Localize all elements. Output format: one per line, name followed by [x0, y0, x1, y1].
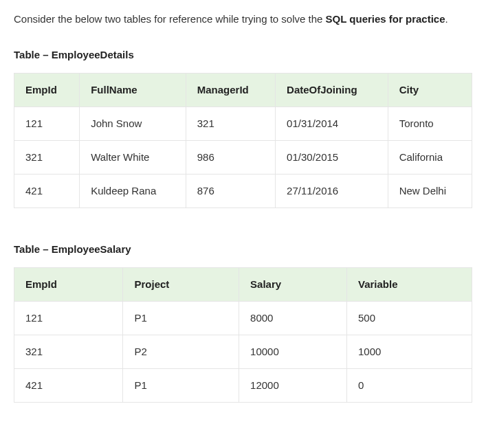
table-cell: 876	[186, 175, 275, 208]
table-cell: 500	[346, 302, 472, 335]
employee-details-table: EmpId FullName ManagerId DateOfJoining C…	[14, 73, 472, 208]
intro-text-after: .	[445, 13, 448, 25]
intro-text-before: Consider the below two tables for refere…	[14, 13, 326, 25]
table-cell: John Snow	[80, 107, 186, 141]
table-cell: 421	[14, 175, 80, 208]
table-row: 321 Walter White 986 01/30/2015 Californ…	[14, 141, 472, 175]
table-cell: 321	[14, 335, 123, 369]
table-cell: 0	[346, 369, 472, 403]
table-cell: 01/30/2015	[276, 141, 388, 175]
table-cell: Toronto	[388, 107, 472, 141]
table-row: 421 Kuldeep Rana 876 27/11/2016 New Delh…	[14, 175, 472, 208]
table-cell: 421	[14, 369, 123, 403]
table1-title: Table – EmployeeDetails	[14, 47, 472, 63]
table-header-cell: Salary	[239, 268, 347, 302]
table-cell: New Delhi	[388, 175, 472, 208]
table-cell: 121	[14, 302, 123, 335]
table-header-cell: EmpId	[14, 74, 80, 107]
table-cell: 10000	[239, 335, 347, 369]
table-row: 421 P1 12000 0	[14, 369, 472, 403]
table-cell: California	[388, 141, 472, 175]
table-cell: 321	[186, 107, 275, 141]
table-header-row: EmpId FullName ManagerId DateOfJoining C…	[14, 74, 472, 107]
intro-bold: SQL queries for practice	[326, 13, 445, 25]
table-cell: 321	[14, 141, 80, 175]
table-header-cell: EmpId	[14, 268, 123, 302]
table-cell: P1	[123, 302, 239, 335]
intro-paragraph: Consider the below two tables for refere…	[14, 11, 472, 27]
table-cell: 8000	[239, 302, 347, 335]
table-header-cell: DateOfJoining	[276, 74, 388, 107]
table-row: 321 P2 10000 1000	[14, 335, 472, 369]
table-cell: 986	[186, 141, 275, 175]
table-cell: Kuldeep Rana	[80, 175, 186, 208]
employee-salary-table: EmpId Project Salary Variable 121 P1 800…	[14, 267, 472, 403]
table-cell: P2	[123, 335, 239, 369]
table-header-row: EmpId Project Salary Variable	[14, 268, 472, 302]
table2-title: Table – EmployeeSalary	[14, 241, 472, 258]
table-header-cell: City	[388, 74, 472, 107]
table-cell: 27/11/2016	[276, 175, 388, 208]
table-header-cell: FullName	[80, 74, 186, 107]
table-cell: 1000	[346, 335, 472, 369]
table-cell: P1	[123, 369, 239, 403]
table-row: 121 John Snow 321 01/31/2014 Toronto	[14, 107, 472, 141]
table-header-cell: ManagerId	[186, 74, 275, 107]
table-cell: 121	[14, 107, 80, 141]
table-cell: Walter White	[80, 141, 186, 175]
table-header-cell: Variable	[346, 268, 472, 302]
table-cell: 12000	[239, 369, 347, 403]
table-header-cell: Project	[123, 268, 239, 302]
table-row: 121 P1 8000 500	[14, 302, 472, 335]
table-cell: 01/31/2014	[276, 107, 388, 141]
